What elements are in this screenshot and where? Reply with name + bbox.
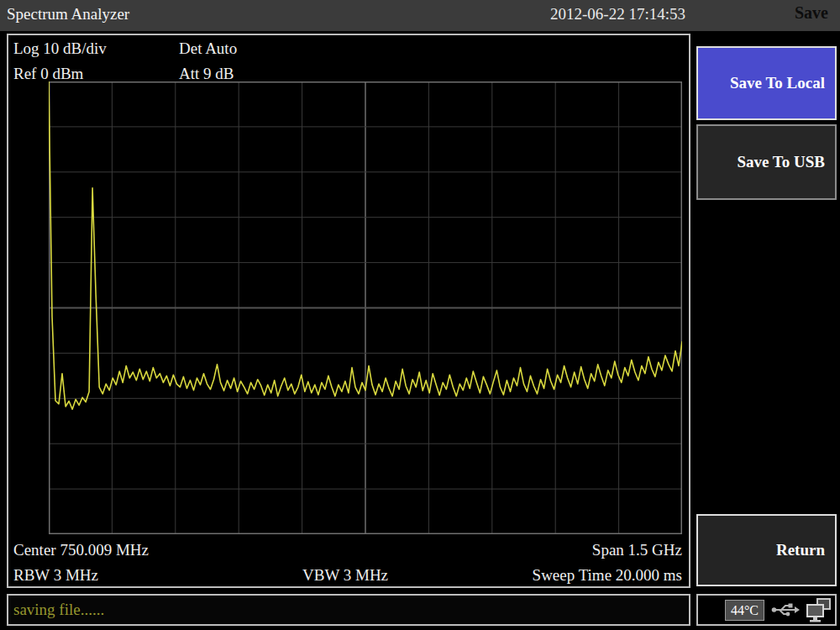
attenuation-setting: Att 9 dB [179, 65, 234, 83]
rbw-readout: RBW 3 MHz [13, 566, 98, 585]
system-status-box: 44°C [696, 594, 837, 626]
computer-icon [806, 598, 832, 622]
app-title: Spectrum Analyzer [7, 5, 129, 24]
save-to-usb-label: Save To USB [737, 153, 825, 171]
save-to-local-button[interactable]: Save To Local [696, 46, 837, 120]
return-button[interactable]: Return [696, 514, 837, 586]
usb-icon [771, 602, 800, 617]
spectrum-plot [49, 81, 682, 534]
scale-setting: Log 10 dB/div [13, 39, 107, 58]
detector-setting: Det Auto [179, 39, 237, 58]
reference-level-setting: Ref 0 dBm [13, 65, 83, 83]
save-to-usb-button[interactable]: Save To USB [696, 124, 837, 200]
spectrum-analyzer-screen: Spectrum Analyzer 2012-06-22 17:14:53 Sa… [0, 0, 840, 630]
sweep-time-readout: Sweep Time 20.000 ms [533, 566, 682, 585]
display-panel: Log 10 dB/div Det Auto Ref 0 dBm Att 9 d… [7, 34, 690, 588]
save-to-local-label: Save To Local [730, 74, 825, 92]
current-menu-label: Save [795, 3, 828, 23]
span-readout: Span 1.5 GHz [592, 541, 682, 559]
datetime-display: 2012-06-22 17:14:53 [550, 5, 685, 24]
return-label: Return [776, 541, 825, 559]
temperature-badge: 44°C [725, 600, 764, 621]
spectrum-chart-svg [49, 81, 682, 534]
vbw-readout: VBW 3 MHz [302, 566, 388, 585]
status-message-bar: saving file...... [7, 594, 690, 626]
status-message: saving file...... [13, 601, 104, 619]
center-frequency-readout: Center 750.009 MHz [13, 541, 149, 559]
titlebar: Spectrum Analyzer 2012-06-22 17:14:53 Sa… [0, 0, 840, 31]
